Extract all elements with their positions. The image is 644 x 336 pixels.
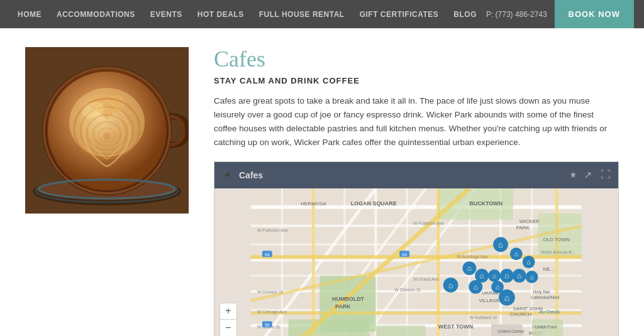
map-share-icon[interactable]: ↗ xyxy=(584,169,592,181)
left-image-panel xyxy=(25,47,189,214)
nav-home[interactable]: HOME xyxy=(10,10,49,19)
svg-text:⌂: ⌂ xyxy=(492,272,497,279)
svg-text:W Fullerton Ave: W Fullerton Ave xyxy=(257,228,288,232)
svg-text:WEST TOWN: WEST TOWN xyxy=(438,323,473,330)
svg-text:BUCKTOWN: BUCKTOWN xyxy=(469,200,502,206)
right-content-panel: Cafes STAY CALM AND DRINK COFFEE Cafes a… xyxy=(214,47,619,336)
nav-links: HOME ACCOMMODATIONS EVENTS HOT DEALS FUL… xyxy=(10,10,486,19)
svg-text:HUMBOLDT: HUMBOLDT xyxy=(332,295,365,301)
svg-text:⌂: ⌂ xyxy=(514,250,519,257)
map-header-title: Cafes xyxy=(239,170,563,180)
svg-text:PARK: PARK xyxy=(516,224,530,230)
svg-point-16 xyxy=(103,133,111,140)
svg-text:Cathedral/Med: Cathedral/Med xyxy=(531,295,560,299)
svg-text:HERMOSA: HERMOSA xyxy=(301,200,326,206)
svg-text:50: 50 xyxy=(265,323,270,327)
svg-text:SAINT JOHN: SAINT JOHN xyxy=(513,305,543,311)
svg-text:W Armitage Ave: W Armitage Ave xyxy=(457,254,488,259)
svg-text:W Fullerton Ave: W Fullerton Ave xyxy=(413,220,444,225)
svg-text:⌂: ⌂ xyxy=(498,240,503,249)
map-star-icon[interactable]: ★ xyxy=(569,170,577,180)
svg-text:CHURCH: CHURCH xyxy=(510,312,532,317)
map-fullscreen-icon[interactable]: ⛶ xyxy=(601,169,611,181)
svg-text:⌂: ⌂ xyxy=(467,264,472,273)
map-header-icon: ◾ xyxy=(222,170,233,180)
svg-text:⌂: ⌂ xyxy=(448,280,453,290)
page-description: Cafes are great spots to take a break an… xyxy=(214,94,619,150)
nav-gift-certificates[interactable]: GIFT CERTIFICATES xyxy=(352,10,447,19)
svg-text:64: 64 xyxy=(402,252,407,257)
svg-text:W Chicago Ave: W Chicago Ave xyxy=(257,309,287,314)
nav-full-house-rental[interactable]: FULL HOUSE RENTAL xyxy=(252,10,352,19)
svg-text:Au Cheval: Au Cheval xyxy=(540,309,560,313)
svg-text:PARK: PARK xyxy=(335,303,351,309)
svg-text:United Center: United Center xyxy=(497,329,525,333)
coffee-image xyxy=(25,47,189,214)
svg-text:⌂: ⌂ xyxy=(504,292,509,302)
map-header-actions: ↗ ⛶ xyxy=(584,169,611,181)
svg-text:W Division St: W Division St xyxy=(394,287,420,291)
nav-hot-deals[interactable]: HOT DEALS xyxy=(190,10,252,19)
main-nav: HOME ACCOMMODATIONS EVENTS HOT DEALS FUL… xyxy=(0,0,644,28)
svg-text:⌂: ⌂ xyxy=(526,258,531,266)
map-body[interactable]: LOGAN SQUARE HERMOSA BUCKTOWN WICKER PAR… xyxy=(214,188,618,336)
book-now-button[interactable]: BOOK NOW xyxy=(555,0,634,28)
svg-text:⌂: ⌂ xyxy=(474,282,478,291)
svg-text:Holy Nar: Holy Nar xyxy=(533,289,551,294)
svg-text:64: 64 xyxy=(265,252,270,257)
map-zoom-out[interactable]: − xyxy=(220,320,236,336)
svg-text:WICKER: WICKER xyxy=(519,218,540,224)
map-header: ◾ Cafes ★ ↗ ⛶ xyxy=(214,162,618,188)
svg-text:LOGAN SQUARE: LOGAN SQUARE xyxy=(351,200,397,206)
map-zoom-in[interactable]: + xyxy=(220,303,236,320)
page-title: Cafes xyxy=(214,47,619,72)
svg-text:⌂: ⌂ xyxy=(496,283,500,290)
map-zoom-controls: + − xyxy=(219,303,237,336)
svg-rect-46 xyxy=(289,319,370,336)
svg-text:OLD TOWN: OLD TOWN xyxy=(543,237,570,242)
nav-events[interactable]: EVENTS xyxy=(143,10,190,19)
svg-text:W Hubbard St: W Hubbard St xyxy=(469,315,497,320)
svg-text:⌂: ⌂ xyxy=(530,273,534,281)
main-content: Cafes STAY CALM AND DRINK COFFEE Cafes a… xyxy=(0,28,644,336)
phone-number: P: (773) 486-2743 xyxy=(486,10,547,19)
page-subtitle: STAY CALM AND DRINK COFFEE xyxy=(214,76,619,85)
svg-text:VILLAGE: VILLAGE xyxy=(479,297,499,303)
svg-text:⌂: ⌂ xyxy=(517,271,521,280)
svg-text:North Avenue B...: North Avenue B... xyxy=(541,250,575,254)
svg-text:⌂: ⌂ xyxy=(480,271,484,280)
svg-text:W Division St: W Division St xyxy=(257,289,283,293)
svg-text:Union Park: Union Park xyxy=(535,325,557,329)
svg-text:⌂: ⌂ xyxy=(504,271,509,280)
nav-blog[interactable]: BLOG xyxy=(446,10,484,19)
svg-text:NE...: NE... xyxy=(543,266,554,272)
svg-rect-47 xyxy=(375,325,425,336)
svg-text:W Grand Ave: W Grand Ave xyxy=(413,277,439,281)
nav-accommodations[interactable]: ACCOMMODATIONS xyxy=(49,10,143,19)
map-container[interactable]: ◾ Cafes ★ ↗ ⛶ xyxy=(214,161,619,336)
